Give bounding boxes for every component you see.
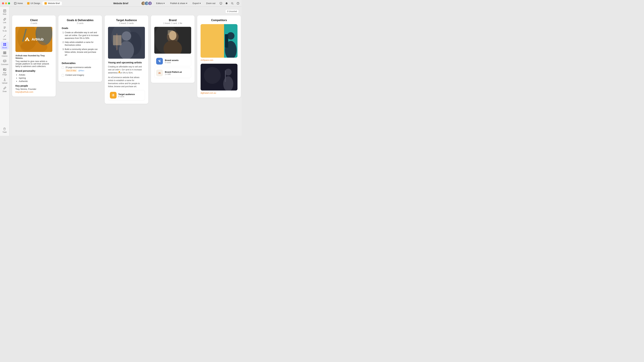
tab-ux-design[interactable]: UX Design <box>25 1 42 5</box>
zoom-label: Zoom out <box>206 2 215 4</box>
editors-button[interactable]: Editors ▾ <box>155 1 166 5</box>
titlebar-right: Editors ▾ Publish & share ▾ Export ▾ Zoo… <box>141 1 240 5</box>
ta-desc-2: An eCommerce website that allows artists… <box>108 76 145 88</box>
svg-rect-51 <box>113 35 122 45</box>
fullscreen-button[interactable] <box>8 2 10 4</box>
device-icon[interactable] <box>219 2 222 5</box>
tab-bar: Home UX Design Website Brief <box>12 1 62 5</box>
ux-tab-icon <box>27 2 30 4</box>
notification-icon[interactable] <box>225 2 228 5</box>
ta-card-title: Target audience <box>118 93 135 95</box>
digthatart-link[interactable]: digthatart.com.au <box>200 92 238 94</box>
titlebar: Home UX Design Website Brief Website Bri… <box>0 0 242 7</box>
sidebar-item-note[interactable]: Note <box>1 8 9 16</box>
svg-point-34 <box>4 61 5 61</box>
ta-title: Target Audience <box>108 19 145 22</box>
sidebar-item-comment[interactable]: Comment <box>1 58 9 66</box>
founder-name: Trey Simms, Founder <box>16 88 52 90</box>
svg-rect-26 <box>5 43 6 44</box>
sidebar-item-todo[interactable]: To-do <box>1 25 9 33</box>
svg-rect-25 <box>3 43 4 44</box>
brand-pattern-icon: Ai <box>156 69 163 76</box>
sidebar-item-link[interactable]: Link <box>1 16 9 24</box>
goals-section-title: Goals <box>62 27 98 29</box>
brand-subtitle: 1 board, 1 card, 1 file <box>154 22 191 24</box>
tab-website-brief[interactable]: Website Brief <box>42 1 62 5</box>
founder-email[interactable]: treys@arthub.com <box>16 91 33 93</box>
sidebar-item-upload[interactable]: Upload <box>1 77 9 85</box>
home-tab-label: Home <box>18 2 23 4</box>
svg-point-37 <box>4 69 4 69</box>
ux-tab-label: UX Design <box>30 2 40 4</box>
ta-image <box>108 27 145 59</box>
brand-assets-item[interactable]: Brand assets 0 cards <box>154 56 191 66</box>
svg-rect-0 <box>14 3 16 4</box>
publish-share-button[interactable]: Publish & share ▾ <box>169 1 188 5</box>
founded-strong: Arthub was founded by Trey Simms. <box>16 54 45 59</box>
editors-label: Editors <box>156 2 163 4</box>
unsorted-badge[interactable]: 0 Unsorted <box>225 9 239 13</box>
board-icon <box>3 42 6 46</box>
add-image-label: Add image <box>1 72 8 76</box>
svg-text:?: ? <box>238 2 238 4</box>
svg-line-14 <box>233 4 234 4</box>
draw-icon <box>3 86 6 90</box>
checkbox-1[interactable] <box>62 66 64 69</box>
checkbox-2[interactable] <box>62 74 64 76</box>
key-people-title: Key people <box>16 84 52 87</box>
sidebar-item-line[interactable]: Line <box>1 33 9 41</box>
svg-point-8 <box>150 2 151 4</box>
board-competitors: Competitors ArtSpace.com <box>197 15 241 97</box>
brand-title: Brand <box>154 19 191 22</box>
goals-subtitle: 2 cards <box>62 22 98 24</box>
upload-icon <box>3 78 6 82</box>
sidebar-item-board[interactable]: Board <box>1 41 9 50</box>
svg-rect-74 <box>225 70 226 82</box>
brand-pattern-item[interactable]: Ai Brand-Pattern.ai 1.4 MB <box>154 68 191 78</box>
trait-authentic: Authentic <box>19 80 52 82</box>
upload-label: Upload <box>2 82 8 84</box>
deliverables-title: Deliverables <box>62 62 98 64</box>
ta-card-icon <box>110 92 116 98</box>
svg-point-5 <box>146 2 148 4</box>
minimize-button[interactable] <box>5 2 7 4</box>
comment-label: Comment <box>1 63 8 65</box>
sidebar-item-add-image[interactable]: Add image <box>1 67 9 77</box>
brand-pattern-name: Brand-Pattern.ai <box>165 71 182 73</box>
svg-point-53 <box>113 94 114 95</box>
avatar-3 <box>148 1 152 5</box>
publish-share-label: Publish & share <box>170 2 185 4</box>
brand-assets-name: Brand assets <box>165 59 178 61</box>
competitors-title: Competitors <box>200 19 238 22</box>
goals-list: Create an affordable way to sell and own… <box>62 31 98 56</box>
board-goals: Goals & Deliverables 2 cards Goals Creat… <box>58 15 102 82</box>
artspace-link[interactable]: ArtSpace.com <box>200 59 238 61</box>
search-icon[interactable] <box>231 2 234 5</box>
close-button[interactable] <box>2 2 4 4</box>
svg-rect-69 <box>225 34 228 48</box>
zoom-out-button[interactable]: Zoom out <box>205 1 217 5</box>
trash-icon <box>3 127 6 131</box>
deliverable-1-text: 20 page ecommerce website <box>66 66 91 68</box>
editor-avatars <box>141 1 152 5</box>
link-icon <box>3 17 6 21</box>
svg-rect-31 <box>5 52 6 54</box>
tab-home[interactable]: Home <box>12 1 25 5</box>
brand-assets-sub: 0 cards <box>165 61 178 63</box>
sidebar: Note Link To-do Line Board <box>0 7 10 136</box>
target-audience-card[interactable]: Target audience 0 cards <box>108 90 145 100</box>
svg-rect-29 <box>3 52 4 54</box>
founded-text: Arthub was founded by Trey Simms. <box>16 54 52 59</box>
brand-personality-title: Brand personality <box>16 69 52 72</box>
sidebar-item-column[interactable]: Column <box>1 50 9 58</box>
deliverable-2: Content and imagery <box>62 74 98 76</box>
sidebar-item-trash[interactable]: Trash <box>2 127 7 133</box>
goal-1: Create an affordable way to sell and own… <box>65 31 98 39</box>
question-icon[interactable]: ? <box>236 2 240 5</box>
chevron-down-icon-3: ▾ <box>200 2 201 4</box>
sidebar-item-draw[interactable]: Draw <box>1 85 9 93</box>
due-badge: Due 23 Mar <box>66 69 77 72</box>
export-button[interactable]: Export ▾ <box>191 1 202 5</box>
svg-rect-28 <box>5 44 6 46</box>
line-icon <box>3 34 6 38</box>
